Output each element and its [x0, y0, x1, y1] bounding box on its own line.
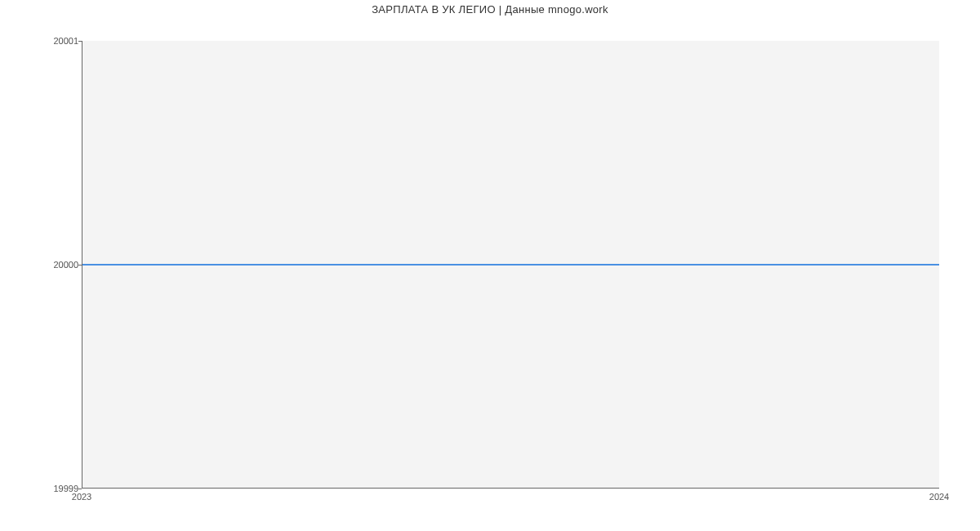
plot-area [82, 41, 939, 489]
salary-line-chart: ЗАРПЛАТА В УК ЛЕГИО | Данные mnogo.work … [0, 0, 980, 531]
y-tick-top: 20001 [5, 36, 78, 46]
chart-title: ЗАРПЛАТА В УК ЛЕГИО | Данные mnogo.work [0, 0, 980, 16]
x-tick-right: 2024 [929, 492, 949, 502]
y-tick-bottom: 19999 [5, 484, 78, 493]
x-tick-left: 2023 [72, 492, 91, 502]
data-line [82, 264, 939, 266]
y-tick-mid: 20000 [5, 260, 78, 270]
y-tick-mark [78, 489, 82, 489]
